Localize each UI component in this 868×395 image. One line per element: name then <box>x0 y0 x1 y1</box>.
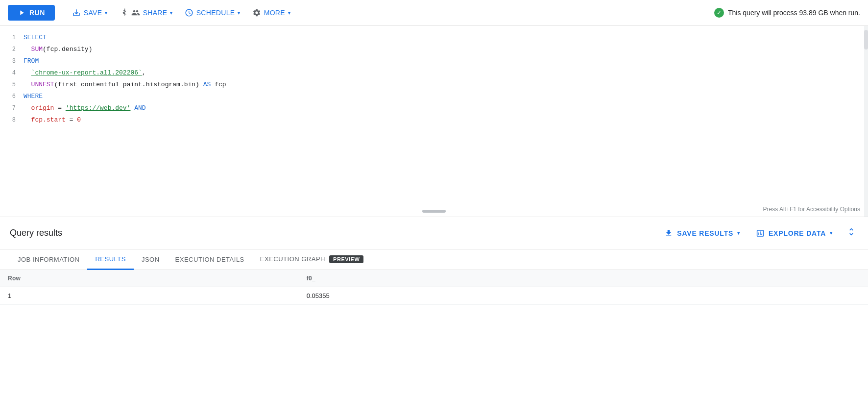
code-content-8: fcp.start = 0 <box>24 114 860 126</box>
col-header-row: Row <box>0 270 299 287</box>
schedule-icon <box>185 8 193 17</box>
results-area: Query results SAVE RESULTS ▾ EXPLORE DAT… <box>0 217 868 305</box>
play-icon <box>18 9 25 17</box>
success-icon: ✓ <box>714 8 724 18</box>
more-gear-icon <box>252 8 261 17</box>
more-button[interactable]: MORE ▾ <box>247 5 296 20</box>
accessibility-hint: Press Alt+F1 for Accessibility Options <box>763 206 860 213</box>
save-results-chevron-icon: ▾ <box>737 230 740 236</box>
cell-f0-1: 0.05355 <box>299 287 704 305</box>
line-num-2: 2 <box>8 44 24 55</box>
share-person-icon <box>131 8 140 17</box>
table-header-row: Row f0_ <box>0 270 868 287</box>
line-num-1: 1 <box>8 32 24 44</box>
code-line-5: 5 UNNEST(first_contentful_paint.histogra… <box>0 79 868 91</box>
col-header-f0: f0_ <box>299 270 704 287</box>
code-content-3: FROM <box>24 55 860 67</box>
code-content-2: SUM(fcp.density) <box>24 44 860 55</box>
save-icon <box>72 8 81 17</box>
share-button[interactable]: SHARE ▾ <box>115 5 178 20</box>
code-content-4: `chrome-ux-report.all.202206`, <box>24 67 860 79</box>
more-chevron-icon: ▾ <box>288 10 290 16</box>
results-title: Query results <box>10 228 660 238</box>
tab-json-label: JSON <box>142 256 160 263</box>
explore-data-chevron-icon: ▾ <box>830 230 833 236</box>
tab-json[interactable]: JSON <box>134 250 168 270</box>
schedule-label: SCHEDULE <box>196 9 235 17</box>
schedule-chevron-icon: ▾ <box>238 10 240 16</box>
code-line-8: 8 fcp.start = 0 <box>0 114 868 126</box>
tabs-bar: JOB INFORMATION RESULTS JSON EXECUTION D… <box>0 249 868 270</box>
run-label: RUN <box>29 9 45 17</box>
line-num-7: 7 <box>8 102 24 114</box>
tab-results-label: RESULTS <box>95 255 126 263</box>
more-label: MORE <box>264 9 285 17</box>
code-line-1: 1 SELECT <box>0 32 868 44</box>
code-line-6: 6 WHERE <box>0 91 868 102</box>
tab-job-information-label: JOB INFORMATION <box>18 256 79 263</box>
line-num-5: 5 <box>8 79 24 91</box>
save-label: SAVE <box>84 9 102 17</box>
code-editor[interactable]: 1 SELECT 2 SUM(fcp.density) 3 FROM 4 `ch… <box>0 26 868 217</box>
explore-data-label: EXPLORE DATA <box>769 229 826 237</box>
save-results-icon <box>664 229 673 238</box>
save-results-button[interactable]: SAVE RESULTS ▾ <box>660 226 744 241</box>
share-icon <box>120 8 128 17</box>
expand-icon <box>846 227 856 237</box>
code-line-2: 2 SUM(fcp.density) <box>0 44 868 55</box>
tab-execution-details-label: EXECUTION DETAILS <box>175 256 244 263</box>
code-content-5: UNNEST(first_contentful_paint.histogram.… <box>24 79 860 91</box>
share-label: SHARE <box>143 9 168 17</box>
save-results-label: SAVE RESULTS <box>677 229 733 237</box>
line-num-8: 8 <box>8 114 24 126</box>
table-row: 1 0.05355 <box>0 287 868 305</box>
vertical-scrollbar-thumb <box>864 30 868 49</box>
toolbar-divider <box>61 7 61 19</box>
code-line-3: 3 FROM <box>0 55 868 67</box>
code-line-7: 7 origin = 'https://web.dev' AND <box>0 102 868 114</box>
share-chevron-icon: ▾ <box>170 10 172 16</box>
results-header: Query results SAVE RESULTS ▾ EXPLORE DAT… <box>0 217 868 249</box>
tab-job-information[interactable]: JOB INFORMATION <box>10 250 87 270</box>
save-chevron-icon: ▾ <box>105 10 107 16</box>
code-content-7: origin = 'https://web.dev' AND <box>24 102 860 114</box>
explore-data-icon <box>756 229 765 238</box>
run-button[interactable]: RUN <box>8 5 55 21</box>
tab-results[interactable]: RESULTS <box>87 249 134 270</box>
preview-badge: PREVIEW <box>329 255 363 263</box>
results-table: Row f0_ 1 0.05355 <box>0 270 868 305</box>
results-actions: SAVE RESULTS ▾ EXPLORE DATA ▾ <box>660 225 858 241</box>
cell-row-1: 1 <box>0 287 299 305</box>
tab-execution-graph-label: EXECUTION GRAPH <box>260 255 325 263</box>
code-lines: 1 SELECT 2 SUM(fcp.density) 3 FROM 4 `ch… <box>0 30 868 128</box>
save-button[interactable]: SAVE ▾ <box>67 5 113 20</box>
horizontal-scrollbar <box>422 210 446 213</box>
expand-button[interactable] <box>844 225 858 241</box>
code-line-4: 4 `chrome-ux-report.all.202206`, <box>0 67 868 79</box>
query-info-text: This query will process 93.89 GB when ru… <box>728 9 860 17</box>
query-info: ✓ This query will process 93.89 GB when … <box>714 8 860 18</box>
tab-execution-graph[interactable]: EXECUTION GRAPH PREVIEW <box>252 249 372 270</box>
code-content-6: WHERE <box>24 91 860 102</box>
vertical-scrollbar[interactable] <box>864 26 868 217</box>
explore-data-button[interactable]: EXPLORE DATA ▾ <box>752 226 837 241</box>
code-content-1: SELECT <box>24 32 860 44</box>
toolbar: RUN SAVE ▾ SHARE ▾ SCHEDULE ▾ MORE ▾ <box>0 0 868 26</box>
line-num-4: 4 <box>8 67 24 79</box>
col-header-empty <box>704 270 868 287</box>
line-num-3: 3 <box>8 55 24 67</box>
tab-execution-details[interactable]: EXECUTION DETAILS <box>168 250 252 270</box>
schedule-button[interactable]: SCHEDULE ▾ <box>180 5 245 20</box>
cell-empty-1 <box>704 287 868 305</box>
line-num-6: 6 <box>8 91 24 102</box>
